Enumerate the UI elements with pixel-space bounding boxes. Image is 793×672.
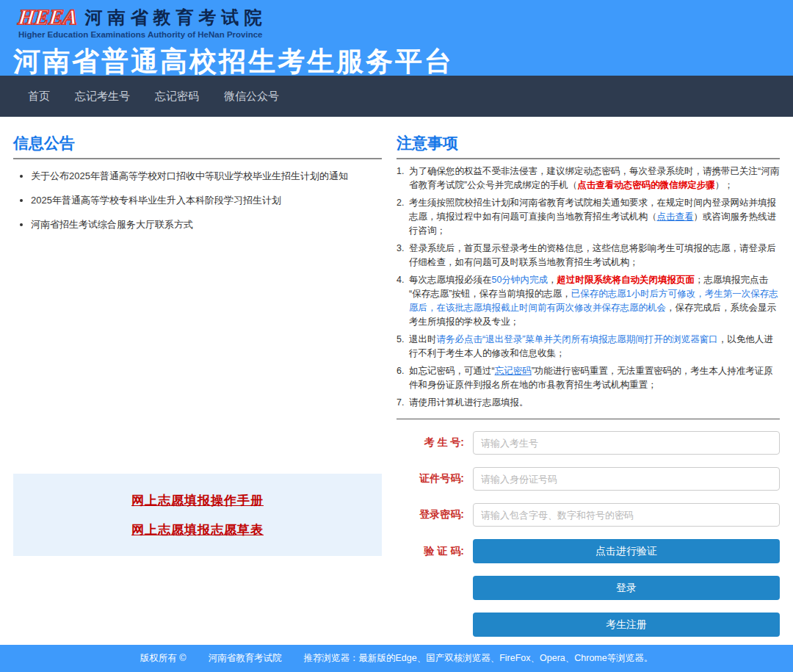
handbook-link-1[interactable]: 网上志愿填报操作手册	[131, 492, 264, 509]
notice-item: 为了确保您的权益不受非法侵害，建议绑定动态密码，每次登录系统时，请携带已关注“河…	[396, 165, 780, 192]
id-number-input[interactable]	[473, 467, 780, 491]
notice-text-segment: ，	[548, 275, 557, 285]
notice-text-segment: 登录系统后，首页显示登录考生的资格信息，这些信息将影响考生可填报的志愿，请登录后…	[409, 243, 776, 267]
candidate-number-control	[473, 431, 780, 455]
register-control: 考生注册	[473, 613, 780, 637]
notice-text-segment: 每次志愿填报必须在	[409, 275, 492, 285]
nav-item-1[interactable]: 首页	[28, 90, 50, 104]
announcements-column: 信息公告 关于公布2025年普通高等学校对口招收中等职业学校毕业生招生计划的通知…	[13, 133, 382, 645]
notices-column: 注意事项 为了确保您的权益不受非法侵害，建议绑定动态密码，每次登录系统时，请携带…	[396, 133, 780, 645]
candidate-number-input[interactable]	[473, 431, 780, 455]
org-name-english: Higher Education Examinations Authority …	[18, 30, 793, 39]
page-header: HEEA 河南省教育考试院 Higher Education Examinati…	[0, 0, 793, 76]
notice-item: 每次志愿填报必须在50分钟内完成，超过时限系统将自动关闭填报页面；志愿填报完点击…	[396, 273, 780, 329]
captcha-control: 点击进行验证	[473, 539, 780, 563]
notice-text-segment[interactable]: 超过时限系统将自动关闭填报页面	[557, 275, 695, 285]
notice-text-segment: 请务必点击“退出登录”菜单并关闭所有填报志愿期间打开的浏览器窗口	[437, 334, 718, 344]
heea-logo-icon: HEEA	[17, 5, 79, 29]
login-button[interactable]: 登录	[473, 576, 780, 600]
nav-item-2[interactable]: 忘记考生号	[75, 90, 130, 104]
candidate-number-label: 考 生 号:	[396, 436, 473, 449]
announcement-link[interactable]: 河南省招生考试综合服务大厅联系方式	[31, 218, 382, 231]
login-control: 登录	[473, 576, 780, 600]
footer-copyright: 版权所有 ©	[140, 652, 187, 665]
announcements-title: 信息公告	[13, 133, 382, 159]
footer-browsers: 推荐浏览器：最新版的Edge、国产双核浏览器、FireFox、Opera、Chr…	[303, 652, 653, 665]
id-number-row: 证件号码:	[396, 467, 780, 491]
notice-item: 请使用计算机进行志愿填报。	[396, 396, 780, 410]
nav-item-3[interactable]: 忘记密码	[155, 90, 199, 104]
captcha-label: 验 证 码:	[396, 545, 473, 558]
main-content: 信息公告 关于公布2025年普通高等学校对口招收中等职业学校毕业生招生计划的通知…	[0, 117, 793, 645]
notice-inline-link[interactable]: 忘记密码	[495, 366, 532, 376]
notice-item: 考生须按照院校招生计划和河南省教育考试院相关通知要求，在规定时间内登录网站并填报…	[396, 196, 780, 238]
navbar: 首页忘记考生号忘记密码微信公众号	[0, 76, 793, 117]
notice-item: 登录系统后，首页显示登录考生的资格信息，这些信息将影响考生可填报的志愿，请登录后…	[396, 242, 780, 270]
handbook-link-2[interactable]: 网上志愿填报志愿草表	[131, 521, 264, 538]
notice-text-segment: 50分钟内完成	[492, 275, 548, 285]
notice-text-segment: ）；	[715, 180, 734, 190]
password-control	[473, 503, 780, 527]
notice-text-segment: 退出时	[409, 334, 437, 344]
notice-text-segment: 如忘记密码，可通过“	[409, 366, 495, 376]
nav-item-4[interactable]: 微信公众号	[224, 90, 279, 104]
login-row: 登录	[396, 576, 780, 600]
notice-item: 如忘记密码，可通过“忘记密码”功能进行密码重置，无法重置密码的，考生本人持准考证…	[396, 364, 780, 392]
announcement-link[interactable]: 关于公布2025年普通高等学校对口招收中等职业学校毕业生招生计划的通知	[31, 170, 382, 183]
captcha-verify-button[interactable]: 点击进行验证	[473, 539, 780, 563]
candidate-number-row: 考 生 号:	[396, 431, 780, 455]
captcha-row: 验 证 码: 点击进行验证	[396, 539, 780, 563]
footer-org: 河南省教育考试院	[208, 652, 281, 665]
handbook-box: 网上志愿填报操作手册网上志愿填报志愿草表	[13, 474, 382, 556]
org-name: 河南省教育考试院	[85, 6, 267, 29]
password-input[interactable]	[473, 503, 780, 527]
password-label: 登录密码:	[396, 508, 473, 521]
announcement-link[interactable]: 2025年普通高等学校专科毕业生升入本科阶段学习招生计划	[31, 194, 382, 207]
register-row: 考生注册	[396, 613, 780, 637]
password-row: 登录密码:	[396, 503, 780, 527]
form-divider	[396, 419, 780, 419]
notice-text-segment[interactable]: 点击查看动态密码的微信绑定步骤	[577, 180, 715, 190]
notices-list: 为了确保您的权益不受非法侵害，建议绑定动态密码，每次登录系统时，请携带已关注“河…	[396, 165, 780, 410]
notice-text-segment: 请使用计算机进行志愿填报。	[409, 397, 529, 408]
notices-title: 注意事项	[396, 133, 780, 159]
id-number-control	[473, 467, 780, 491]
register-button[interactable]: 考生注册	[473, 613, 780, 637]
id-number-label: 证件号码:	[396, 472, 473, 485]
page-footer: 版权所有 © 河南省教育考试院 推荐浏览器：最新版的Edge、国产双核浏览器、F…	[0, 645, 793, 672]
notice-inline-link[interactable]: 点击查看	[657, 212, 694, 222]
logo-row: HEEA 河南省教育考试院	[18, 5, 793, 29]
site-title: 河南省普通高校招生考生服务平台	[13, 43, 793, 76]
notice-item: 退出时请务必点击“退出登录”菜单并关闭所有填报志愿期间打开的浏览器窗口，以免他人…	[396, 333, 780, 361]
announcements-list: 关于公布2025年普通高等学校对口招收中等职业学校毕业生招生计划的通知2025年…	[31, 170, 382, 231]
